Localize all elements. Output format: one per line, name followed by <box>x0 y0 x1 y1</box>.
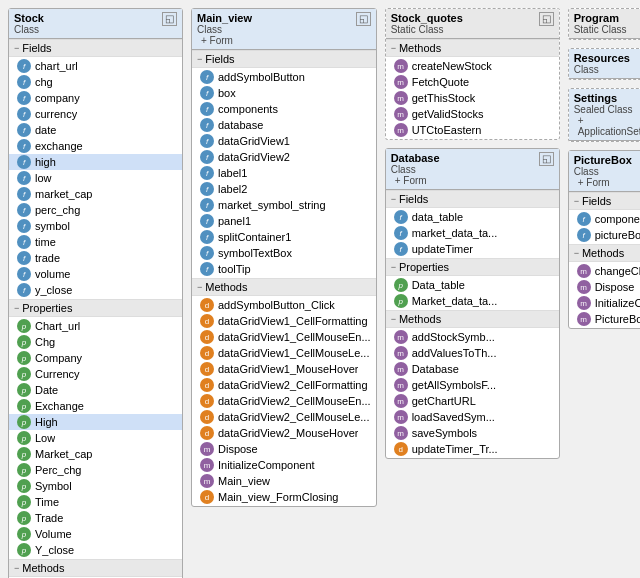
list-item[interactable]: fchart_url <box>9 58 182 74</box>
list-item[interactable]: pCompany <box>9 350 182 366</box>
list-item[interactable]: fdataGridView2 <box>192 149 376 165</box>
list-item[interactable]: fy_close <box>9 282 182 298</box>
list-item[interactable]: mMain_view <box>192 473 376 489</box>
list-item[interactable]: fcomponents <box>569 211 640 227</box>
list-item[interactable]: ddataGridView2_CellMouseLe... <box>192 409 376 425</box>
list-item[interactable]: ddataGridView2_CellFormatting <box>192 377 376 393</box>
list-item[interactable]: fvolume <box>9 266 182 282</box>
list-item[interactable]: fmarket_cap <box>9 186 182 202</box>
list-item[interactable]: flabel1 <box>192 165 376 181</box>
list-item[interactable]: mDispose <box>569 279 640 295</box>
list-item[interactable]: fdate <box>9 122 182 138</box>
list-item[interactable]: msaveSymbols <box>386 425 559 441</box>
list-item[interactable]: mDispose <box>192 441 376 457</box>
list-item[interactable]: pPerc_chg <box>9 462 182 478</box>
list-item[interactable]: mcreateNewStock <box>386 58 559 74</box>
main-view-expand-icon[interactable]: ◱ <box>356 12 371 26</box>
list-item[interactable]: ddataGridView2_MouseHover <box>192 425 376 441</box>
list-item[interactable]: faddSymbolButton <box>192 69 376 85</box>
list-item[interactable]: mloadSavedSym... <box>386 409 559 425</box>
stock-fields-header[interactable]: − Fields <box>9 39 182 57</box>
picturebox-methods-header[interactable]: − Methods <box>569 244 640 262</box>
stock-quotes-expand-icon[interactable]: ◱ <box>539 12 554 26</box>
list-item[interactable]: mPictureBox <box>569 311 640 327</box>
list-item[interactable]: daddSymbolButton_Click <box>192 297 376 313</box>
list-item[interactable]: fpanel1 <box>192 213 376 229</box>
method-icon: m <box>394 330 408 344</box>
list-item[interactable]: ddataGridView2_CellMouseEn... <box>192 393 376 409</box>
list-item[interactable]: ddataGridView1_CellMouseLe... <box>192 345 376 361</box>
list-item[interactable]: fdata_table <box>386 209 559 225</box>
list-item[interactable]: fmarket_data_ta... <box>386 225 559 241</box>
list-item[interactable]: pTrade <box>9 510 182 526</box>
list-item[interactable]: fsymbol <box>9 218 182 234</box>
list-item[interactable]: mgetAllSymbolsF... <box>386 377 559 393</box>
method-icon: m <box>394 91 408 105</box>
list-item[interactable]: maddValuesToTh... <box>386 345 559 361</box>
list-item[interactable]: pCurrency <box>9 366 182 382</box>
list-item[interactable]: fcomponents <box>192 101 376 117</box>
list-item[interactable]: mgetThisStock <box>386 90 559 106</box>
list-item[interactable]: pDate <box>9 382 182 398</box>
list-item[interactable]: mUTCtoEastern <box>386 122 559 138</box>
stock-methods-header[interactable]: − Methods <box>9 559 182 577</box>
list-item[interactable]: fdataGridView1 <box>192 133 376 149</box>
list-item[interactable]: pSymbol <box>9 478 182 494</box>
main-view-methods-header[interactable]: − Methods <box>192 278 376 296</box>
list-item[interactable]: fbox <box>192 85 376 101</box>
list-item[interactable]: fsymbolTextBox <box>192 245 376 261</box>
list-item[interactable]: mchangeChartUR... <box>569 263 640 279</box>
list-item[interactable]: pTime <box>9 494 182 510</box>
list-item[interactable]: flow <box>9 170 182 186</box>
list-item[interactable]: pChg <box>9 334 182 350</box>
list-item[interactable]: mgetValidStocks <box>386 106 559 122</box>
database-methods-header[interactable]: − Methods <box>386 310 559 328</box>
list-item[interactable]: pMarket_data_ta... <box>386 293 559 309</box>
list-item[interactable]: pExchange <box>9 398 182 414</box>
list-item[interactable]: maddStockSymb... <box>386 329 559 345</box>
stock-expand-icon[interactable]: ◱ <box>162 12 177 26</box>
stock-fields-list: fchart_url fchg fcompany fcurrency fdate… <box>9 57 182 299</box>
stock-properties-header[interactable]: − Properties <box>9 299 182 317</box>
list-item[interactable]: ddataGridView1_CellMouseEn... <box>192 329 376 345</box>
database-expand-icon[interactable]: ◱ <box>539 152 554 166</box>
picturebox-fields-header[interactable]: − Fields <box>569 192 640 210</box>
list-item[interactable]: mDatabase <box>386 361 559 377</box>
property-icon: p <box>394 278 408 292</box>
list-item[interactable]: dMain_view_FormClosing <box>192 489 376 505</box>
list-item[interactable]: pData_table <box>386 277 559 293</box>
list-item[interactable]: ftoolTip <box>192 261 376 277</box>
list-item[interactable]: pMarket_cap <box>9 446 182 462</box>
list-item[interactable]: flabel2 <box>192 181 376 197</box>
list-item[interactable]: mInitializeCompo... <box>569 295 640 311</box>
main-view-fields-header[interactable]: − Fields <box>192 50 376 68</box>
list-item[interactable]: fchg <box>9 74 182 90</box>
list-item[interactable]: fsplitContainer1 <box>192 229 376 245</box>
database-fields-header[interactable]: − Fields <box>386 190 559 208</box>
list-item[interactable]: dupdateTimer_Tr... <box>386 441 559 457</box>
list-item[interactable]: fpictureBox1 <box>569 227 640 243</box>
list-item[interactable]: pVolume <box>9 526 182 542</box>
list-item[interactable]: fmarket_symbol_string <box>192 197 376 213</box>
list-item[interactable]: mInitializeComponent <box>192 457 376 473</box>
list-item[interactable]: mFetchQuote <box>386 74 559 90</box>
main-view-header: Main_view Class + Form ◱ <box>192 9 376 50</box>
list-item[interactable]: fperc_chg <box>9 202 182 218</box>
list-item[interactable]: pY_close <box>9 542 182 558</box>
list-item[interactable]: pHigh <box>9 414 182 430</box>
list-item[interactable]: fcurrency <box>9 106 182 122</box>
list-item[interactable]: fexchange <box>9 138 182 154</box>
list-item[interactable]: pLow <box>9 430 182 446</box>
list-item[interactable]: mgetChartURL <box>386 393 559 409</box>
list-item[interactable]: fcompany <box>9 90 182 106</box>
list-item[interactable]: fupdateTimer <box>386 241 559 257</box>
list-item[interactable]: ftrade <box>9 250 182 266</box>
list-item[interactable]: pChart_url <box>9 318 182 334</box>
list-item[interactable]: ftime <box>9 234 182 250</box>
database-properties-header[interactable]: − Properties <box>386 258 559 276</box>
list-item[interactable]: fdatabase <box>192 117 376 133</box>
list-item[interactable]: fhigh <box>9 154 182 170</box>
list-item[interactable]: ddataGridView1_MouseHover <box>192 361 376 377</box>
stock-quotes-methods-header[interactable]: − Methods <box>386 39 559 57</box>
list-item[interactable]: ddataGridView1_CellFormatting <box>192 313 376 329</box>
